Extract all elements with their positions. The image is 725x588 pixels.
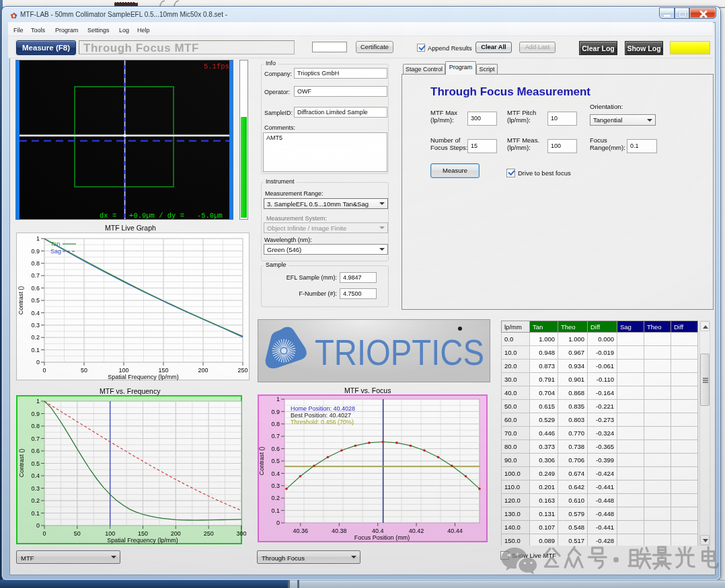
svg-text:0.4: 0.4 bbox=[271, 470, 280, 477]
svg-text:Focus Position (mm): Focus Position (mm) bbox=[354, 534, 410, 541]
svg-text:Tan: Tan bbox=[50, 241, 61, 247]
svg-text:Sag: Sag bbox=[50, 248, 61, 255]
svg-text:100: 100 bbox=[105, 530, 115, 537]
svg-text:250: 250 bbox=[204, 530, 214, 537]
svg-text:0: 0 bbox=[276, 519, 280, 526]
svg-text:0.2: 0.2 bbox=[271, 495, 280, 501]
svg-text:0.8: 0.8 bbox=[271, 421, 280, 427]
svg-text:150: 150 bbox=[158, 367, 168, 374]
svg-text:0.6: 0.6 bbox=[31, 285, 40, 292]
svg-text:0.7: 0.7 bbox=[31, 435, 40, 442]
svg-text:Spatial Frequency (lp/mm): Spatial Frequency (lp/mm) bbox=[107, 537, 178, 544]
svg-text:0.5: 0.5 bbox=[271, 458, 280, 464]
svg-text:40.36: 40.36 bbox=[293, 528, 309, 534]
svg-text:0.2: 0.2 bbox=[31, 497, 40, 504]
svg-text:150: 150 bbox=[138, 530, 148, 537]
svg-text:1: 1 bbox=[36, 235, 40, 242]
svg-text:0.4: 0.4 bbox=[31, 472, 40, 479]
svg-text:Contrast (): Contrast () bbox=[258, 447, 265, 476]
svg-text:0.6: 0.6 bbox=[31, 448, 40, 454]
svg-text:5.1fps: 5.1fps bbox=[204, 62, 229, 71]
svg-text:Home Position: 40.4028: Home Position: 40.4028 bbox=[291, 405, 355, 412]
svg-text:0.5: 0.5 bbox=[31, 460, 40, 467]
svg-text:40.4: 40.4 bbox=[372, 528, 384, 534]
svg-text:0.3: 0.3 bbox=[271, 482, 280, 489]
svg-text:40.44: 40.44 bbox=[447, 528, 463, 534]
svg-text:0.2: 0.2 bbox=[31, 334, 40, 341]
svg-text:0.1: 0.1 bbox=[31, 347, 40, 353]
svg-text:0.8: 0.8 bbox=[31, 260, 40, 267]
svg-text:0.5: 0.5 bbox=[31, 297, 40, 304]
svg-text:50: 50 bbox=[81, 367, 87, 374]
svg-text:0: 0 bbox=[42, 367, 46, 374]
svg-text:TRIOPTICS: TRIOPTICS bbox=[315, 332, 484, 372]
svg-text:dx = +0.9µm / dy = -5.0µm: dx = +0.9µm / dy = -5.0µm bbox=[100, 212, 223, 219]
svg-text:0.3: 0.3 bbox=[31, 322, 40, 329]
svg-text:0.7: 0.7 bbox=[31, 272, 40, 279]
svg-text:0: 0 bbox=[42, 530, 46, 537]
svg-text:Threshold: 0.456 (70%): Threshold: 0.456 (70%) bbox=[291, 419, 354, 425]
svg-text:Best Position: 40.4027: Best Position: 40.4027 bbox=[291, 412, 351, 419]
svg-text:100: 100 bbox=[118, 367, 128, 374]
svg-text:0.9: 0.9 bbox=[271, 409, 280, 415]
svg-text:Spatial Frequency (lp/mm): Spatial Frequency (lp/mm) bbox=[108, 374, 179, 380]
svg-text:0.9: 0.9 bbox=[31, 248, 40, 255]
svg-text:1: 1 bbox=[36, 398, 40, 405]
svg-text:Contrast (): Contrast () bbox=[17, 286, 24, 315]
svg-text:0.1: 0.1 bbox=[31, 510, 40, 517]
svg-text:40.38: 40.38 bbox=[332, 528, 347, 534]
svg-text:Contrast (): Contrast () bbox=[18, 449, 25, 478]
svg-text:200: 200 bbox=[171, 530, 181, 537]
svg-text:0: 0 bbox=[36, 359, 40, 366]
svg-text:0.8: 0.8 bbox=[31, 423, 40, 429]
svg-text:250: 250 bbox=[237, 367, 247, 374]
svg-text:50: 50 bbox=[74, 530, 81, 537]
svg-text:0.9: 0.9 bbox=[31, 411, 40, 417]
svg-text:0: 0 bbox=[36, 522, 40, 529]
svg-text:0.7: 0.7 bbox=[271, 433, 280, 439]
svg-text:40.42: 40.42 bbox=[409, 528, 424, 534]
svg-text:300: 300 bbox=[236, 530, 246, 537]
svg-text:0.4: 0.4 bbox=[31, 310, 40, 317]
svg-text:0.3: 0.3 bbox=[31, 485, 40, 492]
svg-text:0.6: 0.6 bbox=[271, 446, 280, 452]
svg-text:200: 200 bbox=[198, 367, 208, 374]
svg-text:1: 1 bbox=[276, 396, 280, 403]
svg-text:0.1: 0.1 bbox=[271, 507, 280, 514]
